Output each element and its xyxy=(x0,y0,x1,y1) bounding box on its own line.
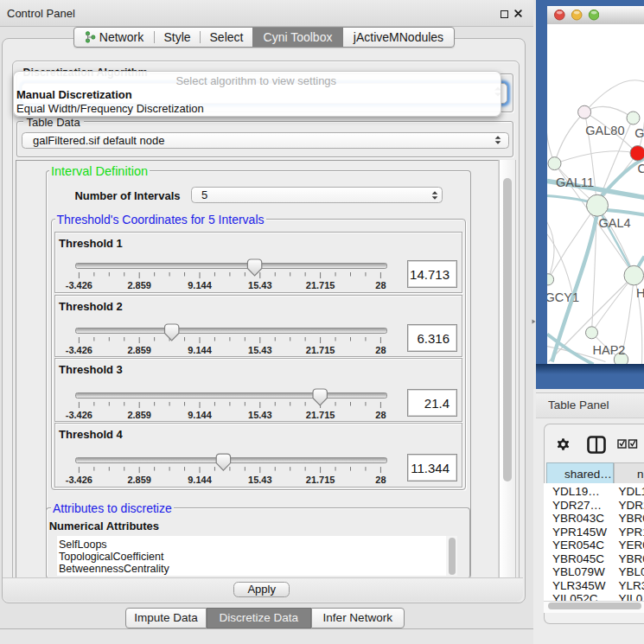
svg-text:HAP2: HAP2 xyxy=(592,343,625,357)
svg-text:GAL80: GAL80 xyxy=(585,123,624,137)
svg-text:GA: GA xyxy=(634,126,644,140)
svg-text:C: C xyxy=(637,162,644,175)
svg-text:GAL4: GAL4 xyxy=(598,216,630,230)
svg-text:GAL11: GAL11 xyxy=(556,175,594,189)
svg-text:H: H xyxy=(636,286,644,300)
svg-text:GCY1: GCY1 xyxy=(547,290,579,304)
